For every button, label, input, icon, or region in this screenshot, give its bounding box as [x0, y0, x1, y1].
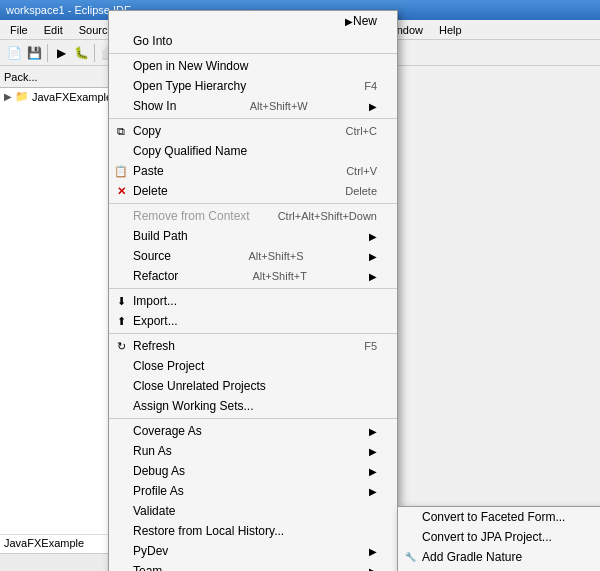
- arrow-run-as: ▶: [361, 446, 377, 457]
- panel-tab: Pack...: [0, 66, 114, 88]
- package-explorer: Pack... ▶ 📁 JavaFXExample JavaFXExample: [0, 66, 115, 571]
- menu-item-restore-local[interactable]: Restore from Local History...: [109, 521, 397, 541]
- copy-icon: ⧉: [113, 123, 129, 139]
- tb-new[interactable]: 📄: [4, 43, 24, 63]
- menu-item-coverage-as[interactable]: Coverage As ▶: [109, 421, 397, 441]
- project-name-label: JavaFXExample: [32, 91, 112, 103]
- tb-debug[interactable]: 🐛: [71, 43, 91, 63]
- menu-item-profile-as[interactable]: Profile As ▶: [109, 481, 397, 501]
- submenu-item-gradle-nature[interactable]: 🔧 Add Gradle Nature: [398, 547, 600, 567]
- submenu-item-faceted-form[interactable]: Convert to Faceted Form...: [398, 507, 600, 527]
- sep3: [109, 203, 397, 204]
- tb-run[interactable]: ▶: [51, 43, 71, 63]
- arrow-refactor: ▶: [361, 271, 377, 282]
- menu-file[interactable]: File: [4, 23, 34, 37]
- menu-item-team[interactable]: Team ▶: [109, 561, 397, 571]
- menu-item-open-new-window[interactable]: Open in New Window: [109, 56, 397, 76]
- arrow-debug-as: ▶: [361, 466, 377, 477]
- menu-item-refactor[interactable]: Refactor Alt+Shift+T ▶: [109, 266, 397, 286]
- delete-icon: ✕: [113, 183, 129, 199]
- project-tree-item[interactable]: ▶ 📁 JavaFXExample: [0, 88, 114, 105]
- sep4: [109, 288, 397, 289]
- menu-item-close-project[interactable]: Close Project: [109, 356, 397, 376]
- menu-item-paste[interactable]: 📋 Paste Ctrl+V: [109, 161, 397, 181]
- sep1: [109, 53, 397, 54]
- sep2: [109, 118, 397, 119]
- menu-item-build-path[interactable]: Build Path ▶: [109, 226, 397, 246]
- menu-item-pydev[interactable]: PyDev ▶: [109, 541, 397, 561]
- shortcut-refresh: F5: [344, 340, 377, 352]
- arrow-show-in: ▶: [361, 101, 377, 112]
- sep5: [109, 333, 397, 334]
- shortcut-show-in: Alt+Shift+W: [230, 100, 308, 112]
- sep6: [109, 418, 397, 419]
- configure-submenu: Convert to Faceted Form... Convert to JP…: [397, 506, 600, 571]
- menu-item-close-unrelated[interactable]: Close Unrelated Projects: [109, 376, 397, 396]
- gradle-icon: 🔧: [402, 549, 418, 565]
- menu-item-export[interactable]: ⬆ Export...: [109, 311, 397, 331]
- shortcut-remove: Ctrl+Alt+Shift+Down: [258, 210, 377, 222]
- shortcut-refactor: Alt+Shift+T: [232, 270, 306, 282]
- menu-item-refresh[interactable]: ↻ Refresh F5: [109, 336, 397, 356]
- menu-item-source[interactable]: Source Alt+Shift+S ▶: [109, 246, 397, 266]
- menu-item-go-into[interactable]: Go Into: [109, 31, 397, 51]
- arrow-build-path: ▶: [361, 231, 377, 242]
- arrow-team: ▶: [361, 566, 377, 572]
- menu-item-open-type-hierarchy[interactable]: Open Type Hierarchy F4: [109, 76, 397, 96]
- context-menu: ▶ New Go Into Open in New Window Open Ty…: [108, 10, 398, 571]
- import-icon: ⬇: [113, 293, 129, 309]
- tb-sep1: [47, 44, 48, 62]
- shortcut-copy: Ctrl+C: [326, 125, 377, 137]
- submenu-item-cloud-foundry[interactable]: Enable as Cloud Foundry App: [398, 567, 600, 571]
- menu-item-remove-context: Remove from Context Ctrl+Alt+Shift+Down: [109, 206, 397, 226]
- arrow-icon: ▶: [4, 91, 12, 102]
- folder-icon: 📁: [15, 90, 29, 103]
- arrow-source: ▶: [361, 251, 377, 262]
- bottom-project-label: JavaFXExample: [0, 534, 114, 551]
- menu-item-copy[interactable]: ⧉ Copy Ctrl+C: [109, 121, 397, 141]
- menu-item-assign-working-sets[interactable]: Assign Working Sets...: [109, 396, 397, 416]
- export-icon: ⬆: [113, 313, 129, 329]
- menu-item-debug-as[interactable]: Debug As ▶: [109, 461, 397, 481]
- submenu-item-jpa-project[interactable]: Convert to JPA Project...: [398, 527, 600, 547]
- menu-item-import[interactable]: ⬇ Import...: [109, 291, 397, 311]
- menu-edit[interactable]: Edit: [38, 23, 69, 37]
- menu-help[interactable]: Help: [433, 23, 468, 37]
- menu-item-new[interactable]: ▶ New: [109, 11, 397, 31]
- shortcut-paste: Ctrl+V: [326, 165, 377, 177]
- arrow-new: ▶: [337, 16, 353, 27]
- tb-sep2: [94, 44, 95, 62]
- arrow-profile-as: ▶: [361, 486, 377, 497]
- arrow-pydev: ▶: [361, 546, 377, 557]
- paste-icon: 📋: [113, 163, 129, 179]
- menu-item-run-as[interactable]: Run As ▶: [109, 441, 397, 461]
- tb-save[interactable]: 💾: [24, 43, 44, 63]
- panel-tab-label: Pack...: [4, 71, 38, 83]
- menu-item-delete[interactable]: ✕ Delete Delete: [109, 181, 397, 201]
- menu-item-validate[interactable]: Validate: [109, 501, 397, 521]
- shortcut-f4: F4: [344, 80, 377, 92]
- menu-item-copy-qualified[interactable]: Copy Qualified Name: [109, 141, 397, 161]
- refresh-icon: ↻: [113, 338, 129, 354]
- arrow-coverage: ▶: [361, 426, 377, 437]
- shortcut-source: Alt+Shift+S: [228, 250, 303, 262]
- shortcut-delete: Delete: [325, 185, 377, 197]
- menu-item-show-in[interactable]: Show In Alt+Shift+W ▶: [109, 96, 397, 116]
